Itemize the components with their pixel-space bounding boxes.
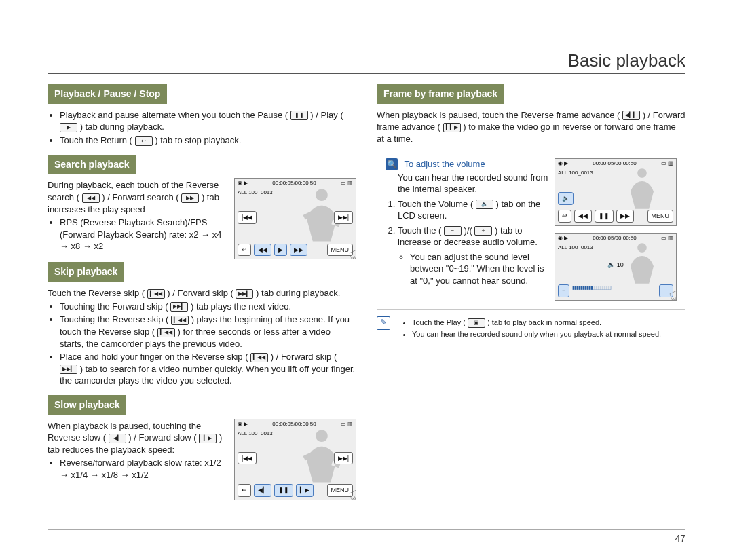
bullet: Touching the Reverse skip ( ▎◀◀ ) plays … — [60, 314, 356, 350]
bullet: Reverse/forward playback slow rate: x1/2… — [60, 457, 229, 481]
lcd-preview-search: ◉ ▶00:00:05/00:00:50▭ ▥ ALL 100_0013 |◀◀… — [234, 178, 356, 259]
paragraph: During playback, each touch of the Rever… — [48, 179, 229, 215]
menu-button[interactable]: MENU — [647, 210, 674, 222]
reverse-skip-icon: ▎◀◀ — [171, 316, 189, 325]
bullet: Playback and pause alternate when you to… — [60, 109, 356, 133]
paragraph: When playback is paused, touch the Rever… — [377, 109, 685, 145]
bullet: Touching the Forward skip ( ▶▶▎ ) tab pl… — [60, 301, 356, 313]
skip-back-button[interactable]: |◀◀ — [238, 452, 257, 464]
reverse-skip-icon: ▎◀◀ — [157, 328, 175, 337]
pause-icon: ❚❚ — [290, 111, 308, 120]
pointer-hand-icon: ☟ — [346, 245, 356, 260]
heading-frame-by-frame: Frame by frame playback — [377, 84, 504, 104]
footer-rule — [48, 529, 685, 530]
reverse-skip-icon: ▎◀◀ — [147, 289, 165, 299]
reverse-slow-icon: ◀▎ — [109, 434, 126, 443]
paragraph: When playback is paused, touching the Re… — [48, 420, 229, 456]
return-icon: ↩ — [135, 136, 153, 146]
paragraph: Touch the Reverse skip ( ▎◀◀ ) / Forward… — [48, 287, 356, 299]
paragraph: You can hear the recorded sound from the… — [398, 172, 549, 195]
plus-icon: ＋ — [474, 226, 492, 236]
slow-fwd-button[interactable]: ▎▶ — [296, 484, 314, 496]
bullet: Touch the Return ( ↩ ) tab to stop playb… — [60, 134, 356, 147]
volume-down-button[interactable]: − — [558, 284, 569, 297]
play-icon: ▶ — [60, 123, 77, 132]
bullet: Place and hold your finger on the Revers… — [60, 351, 356, 387]
reverse-frame-icon: ◀▎▎ — [622, 111, 640, 120]
skip-fwd-button[interactable]: ▶▶| — [334, 211, 353, 223]
bullet: Touch the Play ( ▣ ) tab to play back in… — [412, 318, 661, 328]
volume-button[interactable]: 🔈 — [558, 192, 574, 204]
sub-bullet: You can adjust the sound level between "… — [410, 251, 549, 287]
page-title: Basic playback — [568, 49, 685, 73]
heading-search-playback: Search playback — [48, 155, 136, 174]
reverse-skip-icon: ▎◀◀ — [250, 353, 268, 362]
lcd-preview-slow: ◉ ▶00:00:05/00:00:50▭ ▥ ALL 100_0013 |◀◀… — [234, 419, 356, 500]
page-number: 47 — [675, 532, 685, 545]
volume-note-box: 🔍 To adjust the volume You can hear the … — [377, 151, 685, 310]
lcd-preview-volume-tab: ◉ ▶00:00:05/00:00:50▭ ▥ ALL 100_0013 🔈 ↩… — [555, 158, 677, 226]
forward-slow-icon: ▎▶ — [199, 434, 217, 443]
forward-skip-icon: ▶▶▎ — [236, 289, 253, 299]
heading-playback-pause-stop: Playback / Pause / Stop — [48, 84, 167, 104]
play-button[interactable]: ▶ — [274, 244, 287, 256]
forward-search-icon: ▶▶ — [181, 193, 199, 203]
rwd-button[interactable]: ◀◀ — [254, 244, 271, 256]
return-button[interactable]: ↩ — [558, 210, 571, 222]
pause-button[interactable]: ❚❚ — [274, 484, 293, 496]
volume-bar: ▮▮▮▮▮▮▮▮▮▮▯▯▯▯▯▯▯▯▯ — [572, 284, 656, 297]
forward-skip-icon: ▶▶▎ — [60, 365, 77, 374]
minus-icon: − — [444, 226, 462, 236]
bullet: RPS (Reverse Playback Search)/FPS (Forwa… — [60, 217, 229, 253]
fwd-button[interactable]: ▶▶ — [290, 244, 307, 256]
lcd-preview-volume-bar: ◉ ▶00:00:05/00:00:50▭ ▥ ALL 100_0013 🔈 1… — [555, 233, 677, 301]
heading-skip-playback: Skip playback — [48, 262, 124, 282]
reverse-search-icon: ◀◀ — [82, 193, 100, 203]
return-button[interactable]: ↩ — [238, 484, 251, 496]
note-icon: ✎ — [377, 316, 390, 330]
skip-fwd-button[interactable]: ▶▶| — [334, 452, 353, 464]
step: Touch the Volume ( 🔈 ) tab on the LCD sc… — [398, 198, 549, 222]
volume-icon: 🔈 — [476, 200, 493, 209]
skip-back-button[interactable]: |◀◀ — [238, 211, 257, 223]
slow-rev-button[interactable]: ◀▎ — [254, 484, 271, 496]
note-title: To adjust the volume — [404, 159, 485, 169]
forward-frame-icon: ▎▎▶ — [443, 123, 461, 132]
step: Touch the ( − )/( ＋ ) tab to increase or… — [398, 225, 549, 287]
forward-skip-icon: ▶▶▎ — [170, 302, 188, 312]
footnote: ✎ Touch the Play ( ▣ ) tab to play back … — [377, 316, 685, 346]
pointer-hand-icon: ☟ — [666, 286, 677, 301]
pointer-hand-icon: ☟ — [346, 485, 356, 500]
return-button[interactable]: ↩ — [238, 244, 251, 256]
bullet: You can hear the recorded sound only whe… — [412, 329, 661, 339]
magnifier-icon: 🔍 — [386, 158, 398, 170]
manual-page: Basic playback Playback / Pause / Stop P… — [0, 0, 733, 560]
left-column: Playback / Pause / Stop Playback and pau… — [48, 81, 356, 500]
title-rule — [48, 73, 685, 74]
right-column: Frame by frame playback When playback is… — [377, 81, 685, 500]
playbox-icon: ▣ — [468, 318, 485, 328]
heading-slow-playback: Slow playback — [48, 395, 126, 415]
